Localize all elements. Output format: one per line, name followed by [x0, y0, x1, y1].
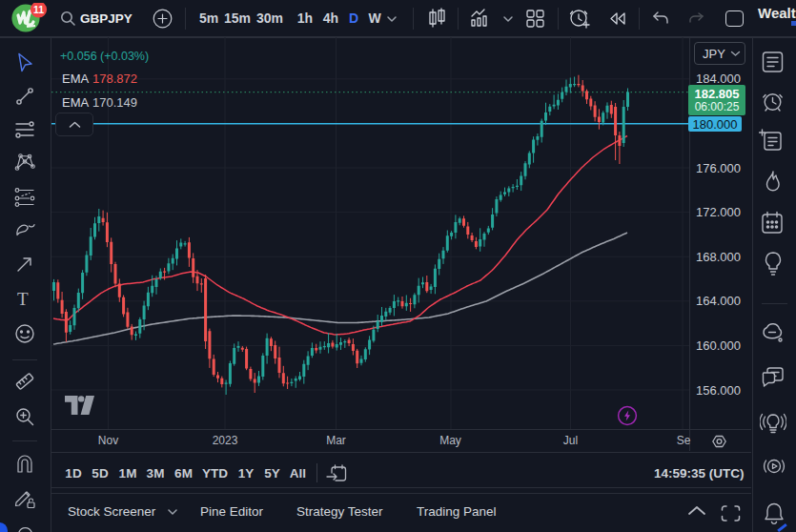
svg-text:11: 11: [33, 4, 44, 15]
